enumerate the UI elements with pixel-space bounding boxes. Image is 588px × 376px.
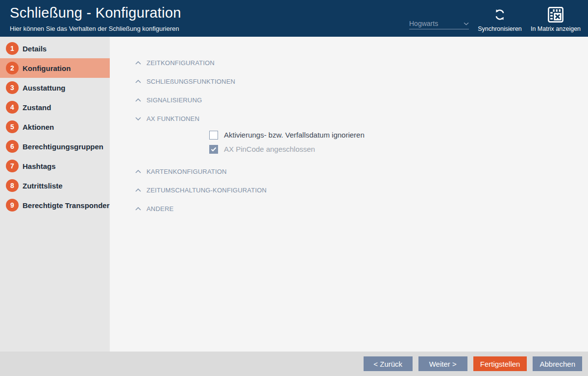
lock-system-selector-value: Hogwarts <box>409 20 438 27</box>
sidebar-item-label: Details <box>23 45 47 53</box>
step-number-badge: 5 <box>6 120 19 133</box>
chevron-up-icon <box>135 98 141 102</box>
sidebar-item-berechtigte-transponder[interactable]: 9 Berechtigte Transponder <box>0 195 110 215</box>
checkbox-row-ax-pincode-connected: AX PinCode angeschlossen <box>209 142 588 156</box>
sidebar-item-label: Zustand <box>23 103 51 112</box>
section-label: ANDERE <box>147 205 173 212</box>
sidebar-item-zustand[interactable]: 4 Zustand <box>0 97 110 117</box>
sidebar-item-label: Ausstattung <box>23 84 66 92</box>
checkbox-ignore-activation-expiry[interactable] <box>209 131 218 140</box>
cancel-button[interactable]: Abbrechen <box>533 356 582 371</box>
section-label: AX FUNKTIONEN <box>147 115 199 122</box>
wizard-footer: < Zurück Weiter > Fertigstellen Abbreche… <box>0 352 588 376</box>
section-label: KARTENKONFIGURATION <box>147 168 227 175</box>
matrix-grid-icon <box>547 5 564 24</box>
configuration-panel: ZEITKONFIGURATION SCHLIEßUNGSFUNKTIONEN … <box>110 37 588 352</box>
sidebar-item-label: Zutrittsliste <box>23 182 63 190</box>
lock-system-selector[interactable]: Hogwarts <box>409 18 469 29</box>
chevron-down-icon <box>464 22 469 25</box>
step-number-badge: 9 <box>6 199 19 212</box>
section-zeitkonfiguration[interactable]: ZEITKONFIGURATION <box>110 53 588 72</box>
checkbox-label: Aktivierungs- bzw. Verfallsdatum ignorie… <box>224 131 365 139</box>
section-zeitumschaltung-konfiguration[interactable]: ZEITUMSCHALTUNG-KONFIGURATION <box>110 181 588 199</box>
section-label: ZEITKONFIGURATION <box>147 59 215 67</box>
sidebar-item-label: Hashtags <box>23 162 56 170</box>
step-number-badge: 1 <box>6 42 19 55</box>
step-number-badge: 7 <box>6 160 19 172</box>
sidebar-item-berechtigungsgruppen[interactable]: 6 Berechtigungsgruppen <box>0 137 110 156</box>
sidebar-item-label: Berechtigte Transponder <box>23 201 110 210</box>
step-number-badge: 2 <box>6 62 19 74</box>
checkbox-label: AX PinCode angeschlossen <box>224 145 315 153</box>
sidebar-item-label: Berechtigungsgruppen <box>23 142 103 151</box>
sidebar-item-label: Aktionen <box>23 123 54 131</box>
synchronize-button[interactable]: Synchronisieren <box>476 5 523 37</box>
next-button[interactable]: Weiter > <box>418 356 467 371</box>
synchronize-button-label: Synchronisieren <box>478 25 522 32</box>
sidebar-item-label: Konfiguration <box>23 64 71 72</box>
show-in-matrix-button[interactable]: In Matrix anzeigen <box>529 5 582 37</box>
finish-button[interactable]: Fertigstellen <box>473 356 527 371</box>
step-number-badge: 3 <box>6 81 19 94</box>
page-title: Schließung - Konfiguration <box>10 5 181 21</box>
sidebar-item-hashtags[interactable]: 7 Hashtags <box>0 156 110 176</box>
section-label: SIGNALISIERUNG <box>147 96 202 104</box>
section-label: ZEITUMSCHALTUNG-KONFIGURATION <box>147 187 267 194</box>
checkbox-ax-pincode-connected <box>209 145 218 154</box>
chevron-up-icon <box>135 80 141 83</box>
show-in-matrix-button-label: In Matrix anzeigen <box>531 25 581 32</box>
chevron-down-icon <box>135 117 141 120</box>
chevron-up-icon <box>135 188 141 192</box>
sidebar-item-ausstattung[interactable]: 3 Ausstattung <box>0 78 110 97</box>
sidebar-item-aktionen[interactable]: 5 Aktionen <box>0 117 110 137</box>
lock-configuration-wizard-window: { "window": { "title": "Schließung - Kon… <box>0 0 588 376</box>
section-ax-funktionen[interactable]: AX FUNKTIONEN <box>110 109 588 128</box>
wizard-steps-sidebar: 1 Details 2 Konfiguration 3 Ausstattung … <box>0 37 110 352</box>
section-signalisierung[interactable]: SIGNALISIERUNG <box>110 91 588 109</box>
checkbox-row-ignore-activation-expiry: Aktivierungs- bzw. Verfallsdatum ignorie… <box>209 128 588 142</box>
section-schliessungsfunktionen[interactable]: SCHLIEßUNGSFUNKTIONEN <box>110 72 588 91</box>
step-number-badge: 6 <box>6 140 19 153</box>
section-kartenkonfiguration[interactable]: KARTENKONFIGURATION <box>110 162 588 181</box>
chevron-up-icon <box>135 207 141 211</box>
header-bar: Schließung - Konfiguration Hier können S… <box>0 0 588 37</box>
chevron-up-icon <box>135 61 141 65</box>
back-button[interactable]: < Zurück <box>364 356 413 371</box>
sidebar-item-details[interactable]: 1 Details <box>0 39 110 58</box>
section-andere[interactable]: ANDERE <box>110 199 588 218</box>
step-number-badge: 4 <box>6 101 19 114</box>
page-subtitle: Hier können Sie das Verhalten der Schlie… <box>10 25 179 32</box>
step-number-badge: 8 <box>6 179 19 192</box>
section-label: SCHLIEßUNGSFUNKTIONEN <box>147 78 235 85</box>
chevron-up-icon <box>135 170 141 173</box>
sidebar-item-konfiguration[interactable]: 2 Konfiguration <box>0 58 110 78</box>
sidebar-item-zutrittsliste[interactable]: 8 Zutrittsliste <box>0 176 110 195</box>
sync-icon <box>492 5 507 24</box>
